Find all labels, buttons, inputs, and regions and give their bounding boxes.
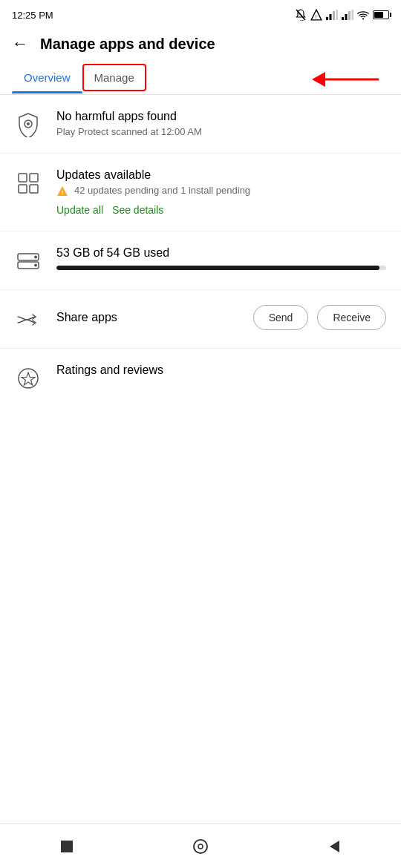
storage-content: 53 GB of 54 GB used xyxy=(56,246,386,270)
tab-manage[interactable]: Manage xyxy=(82,64,146,91)
updates-warning-text: 42 updates pending and 1 install pending xyxy=(74,185,250,196)
battery-icon xyxy=(373,10,389,19)
nav-home-button[interactable] xyxy=(189,835,212,858)
storage-icon xyxy=(15,248,42,274)
play-protect-section: No harmful apps found Play Protect scann… xyxy=(0,95,401,154)
ratings-icon xyxy=(15,365,42,392)
svg-point-13 xyxy=(27,122,30,125)
svg-rect-6 xyxy=(342,17,344,20)
receive-button[interactable]: Receive xyxy=(317,305,386,330)
svg-rect-3 xyxy=(330,14,332,20)
share-apps-label: Share apps xyxy=(56,311,244,324)
updates-section: Updates available ! 42 updates pending a… xyxy=(0,154,401,231)
svg-rect-5 xyxy=(336,10,339,20)
play-protect-subtitle: Play Protect scanned at 12:00 AM xyxy=(56,126,386,137)
svg-point-22 xyxy=(34,264,37,267)
content-area: No harmful apps found Play Protect scann… xyxy=(0,95,401,407)
storage-section: 53 GB of 54 GB used xyxy=(0,231,401,290)
send-button[interactable]: Send xyxy=(253,305,309,330)
storage-title: 53 GB of 54 GB used xyxy=(56,246,386,260)
svg-rect-4 xyxy=(333,11,335,20)
svg-rect-8 xyxy=(348,11,351,20)
svg-rect-24 xyxy=(61,841,73,852)
tab-overview[interactable]: Overview xyxy=(12,62,82,93)
svg-point-10 xyxy=(362,18,364,19)
ratings-content: Ratings and reviews xyxy=(56,364,386,377)
updates-warning-row: ! 42 updates pending and 1 install pendi… xyxy=(56,185,386,197)
svg-rect-14 xyxy=(19,174,27,182)
wifi-icon xyxy=(357,9,369,21)
play-protect-content: No harmful apps found Play Protect scann… xyxy=(56,110,386,137)
svg-marker-27 xyxy=(330,841,339,852)
svg-marker-11 xyxy=(312,72,325,87)
apps-grid-icon xyxy=(15,170,42,197)
arrow-annotation xyxy=(297,61,386,101)
page-title: Manage apps and device xyxy=(40,36,215,53)
svg-text:!: ! xyxy=(315,14,316,19)
ratings-row: Ratings and reviews xyxy=(56,364,386,377)
see-details-link[interactable]: See details xyxy=(112,204,163,216)
svg-point-26 xyxy=(198,844,203,849)
storage-bar-fill xyxy=(56,266,379,270)
svg-rect-17 xyxy=(30,185,38,193)
storage-bar-container xyxy=(56,266,386,270)
signal-icon-2 xyxy=(342,9,353,21)
svg-rect-16 xyxy=(19,185,27,193)
svg-rect-7 xyxy=(345,14,348,20)
svg-point-21 xyxy=(34,256,37,259)
svg-point-25 xyxy=(194,840,207,853)
shield-icon xyxy=(15,111,42,138)
mute-icon xyxy=(295,9,307,21)
svg-rect-9 xyxy=(352,10,354,20)
back-button[interactable]: ← xyxy=(12,34,28,53)
header: ← Manage apps and device xyxy=(0,27,401,61)
share-apps-icon xyxy=(15,306,42,333)
bottom-navigation xyxy=(0,823,401,868)
nav-back-button[interactable] xyxy=(323,835,345,858)
signal-icon-1 xyxy=(326,9,338,21)
status-time: 12:25 PM xyxy=(12,10,53,21)
updates-content: Updates available ! 42 updates pending a… xyxy=(56,168,386,216)
share-apps-section: Share apps Send Receive xyxy=(0,290,401,349)
share-apps-content: Share apps Send Receive xyxy=(56,305,386,330)
status-bar: 12:25 PM ! xyxy=(0,0,401,27)
share-apps-row: Share apps Send Receive xyxy=(56,305,386,330)
warning-triangle-icon: ! xyxy=(56,185,68,197)
svg-rect-15 xyxy=(30,174,38,182)
ratings-section[interactable]: Ratings and reviews xyxy=(0,349,401,407)
storage-bar xyxy=(56,266,386,270)
tabs-bar: Overview Manage xyxy=(0,61,401,95)
updates-title: Updates available xyxy=(56,168,386,182)
play-protect-title: No harmful apps found xyxy=(56,110,386,123)
update-all-link[interactable]: Update all xyxy=(56,204,103,216)
ratings-label: Ratings and reviews xyxy=(56,364,163,377)
status-icons: ! xyxy=(295,9,389,21)
svg-text:!: ! xyxy=(62,189,64,196)
nav-square-button[interactable] xyxy=(56,835,78,858)
svg-rect-2 xyxy=(326,17,328,20)
updates-actions: Update all See details xyxy=(56,204,386,216)
warning-icon: ! xyxy=(310,9,322,21)
